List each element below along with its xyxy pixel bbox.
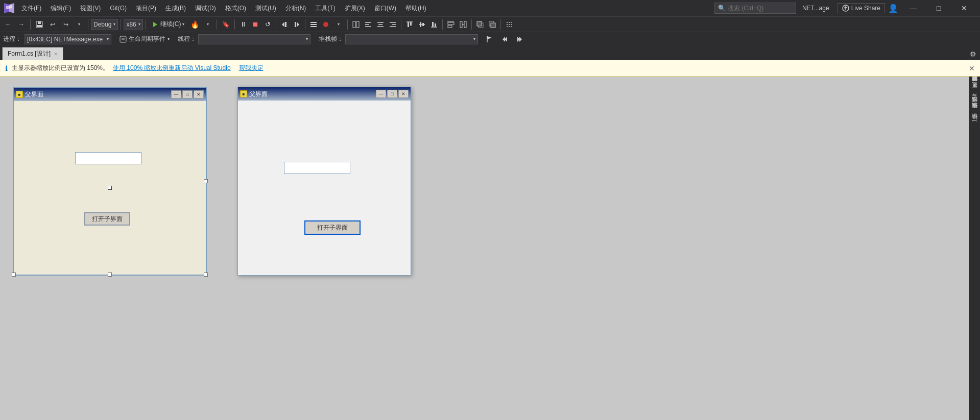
form-large-textbox[interactable] (284, 162, 350, 174)
toolbar-1: ← → ↩ ↪ ▾ Debug ▾ x86 ▾ (0, 16, 980, 32)
panel-tab-error1[interactable]: 错误 1 (969, 116, 980, 127)
breakpoints-nav-button[interactable] (483, 33, 495, 45)
live-share-icon (842, 5, 849, 12)
user-button[interactable]: 👤 (887, 2, 899, 14)
separator-4 (146, 19, 146, 30)
panel-tab-properties[interactable]: 属性 (969, 104, 980, 110)
form-large-button[interactable]: 打开子界面 (304, 220, 361, 235)
app-logo-icon (4, 3, 14, 13)
continue-button[interactable]: 继续(C) ▾ (149, 19, 188, 30)
undo-button[interactable]: ↩ (46, 18, 59, 31)
pause-button[interactable]: ⏸ (237, 19, 249, 30)
order-front-icon (476, 21, 484, 28)
thread-dropdown[interactable]: ▾ (198, 34, 310, 44)
restart-button[interactable]: ↺ (262, 19, 273, 30)
form-small-textbox[interactable] (75, 152, 141, 164)
svg-rect-38 (448, 26, 452, 28)
menu-edit[interactable]: 编辑(E) (46, 2, 75, 15)
resize-handle-bl[interactable] (12, 273, 16, 277)
step-next-button[interactable] (514, 33, 526, 45)
menu-format[interactable]: 格式(O) (221, 2, 250, 15)
column-select-button[interactable] (350, 19, 362, 30)
order-back-button[interactable] (487, 19, 498, 30)
grid-snap-button[interactable] (504, 19, 515, 30)
valign-top-button[interactable] (404, 19, 415, 30)
panel-tab-errors[interactable]: 错误列表 (969, 110, 980, 116)
platform-dropdown[interactable]: x86 ▾ (124, 19, 142, 30)
panel-tab-toolbox[interactable]: 工具箱 (969, 77, 980, 83)
breakpoints-button[interactable] (320, 19, 331, 30)
align-left-button[interactable] (363, 19, 374, 30)
process-dropdown-arrow: ▾ (107, 37, 109, 41)
stop-button[interactable]: ⏹ (250, 19, 261, 30)
info-link-restart[interactable]: 使用 100% 缩放比例重新启动 Visual Studio (113, 64, 231, 72)
debug-mode-dropdown[interactable]: Debug ▾ (91, 19, 118, 30)
menu-build[interactable]: 生成(B) (161, 2, 190, 15)
form-small-win-icon: ■ (16, 91, 23, 98)
align-right-button[interactable] (387, 19, 398, 30)
step-over-button[interactable] (291, 19, 302, 30)
save-all-button[interactable] (33, 18, 45, 31)
lifecycle-label: 生命周期事件 (129, 35, 165, 43)
menu-file[interactable]: 文件(F) (17, 2, 45, 15)
form-small-button[interactable]: 打开子界面 (84, 212, 130, 226)
step-prev-button[interactable] (498, 33, 511, 45)
panel-tab-git[interactable]: Git 更改 (969, 89, 980, 104)
form-large-button-label: 打开子界面 (317, 224, 348, 232)
form-small-minimize[interactable]: — (171, 90, 181, 98)
form-small-close[interactable]: ✕ (194, 90, 204, 98)
menu-debug[interactable]: 调试(D) (191, 2, 220, 15)
svg-point-49 (511, 22, 512, 23)
form-large-close[interactable]: ✕ (398, 90, 409, 98)
menu-extensions[interactable]: 扩展(X) (341, 2, 369, 15)
hot-reload-button[interactable]: 🔥 (188, 18, 201, 31)
search-box[interactable]: 🔍 (714, 3, 796, 14)
resize-handle-br[interactable] (204, 273, 208, 277)
form-large-restore[interactable]: □ (387, 90, 397, 98)
form-small-restore[interactable]: □ (182, 90, 193, 98)
close-button[interactable]: ✕ (952, 0, 976, 16)
process-dropdown[interactable]: [0x43EC] NETMessage.exe ▾ (25, 34, 111, 44)
back-button[interactable]: ← (2, 18, 14, 31)
menu-project[interactable]: 项目(P) (132, 2, 160, 15)
minimize-button[interactable]: — (901, 0, 925, 16)
form-large-minimize[interactable]: — (376, 90, 386, 98)
bookmark-button[interactable]: 🔖 (220, 18, 232, 31)
maximize-button[interactable]: □ (927, 0, 950, 16)
search-input[interactable] (728, 5, 789, 12)
forward-button[interactable]: → (15, 18, 28, 31)
tab-settings-button[interactable]: ⚙ (967, 48, 979, 60)
info-close-button[interactable]: ✕ (969, 64, 975, 72)
resize-handle-mr[interactable] (204, 179, 208, 183)
menu-analyze[interactable]: 分析(N) (281, 2, 310, 15)
order-front-button[interactable] (474, 19, 486, 30)
spacing-button[interactable] (458, 19, 469, 30)
live-share-button[interactable]: Live Share (838, 3, 885, 13)
panel-tab-solution[interactable]: 解决方案资源管理器 (969, 83, 980, 89)
redo-button[interactable]: ↪ (60, 18, 72, 31)
valign-center-button[interactable] (416, 19, 427, 30)
hot-reload-dropdown[interactable]: ▾ (202, 18, 214, 31)
resize-handle-bc[interactable] (108, 273, 112, 277)
step-prev-icon (501, 36, 508, 43)
align-center-button[interactable] (375, 19, 386, 30)
menu-help[interactable]: 帮助(H) (401, 2, 431, 15)
menu-view[interactable]: 视图(V) (76, 2, 105, 15)
undo-dropdown[interactable]: ▾ (73, 18, 85, 31)
menu-test[interactable]: 测试(U) (251, 2, 280, 15)
tab-form1-design[interactable]: Form1.cs [设计] ✕ (2, 47, 63, 60)
menu-window[interactable]: 窗口(W) (370, 2, 400, 15)
menu-tools[interactable]: 工具(T) (311, 2, 339, 15)
align-left-icon (365, 21, 372, 28)
resize-center-handle[interactable] (108, 186, 112, 190)
width-equal-button[interactable] (445, 19, 457, 30)
menu-git[interactable]: Git(G) (106, 3, 131, 14)
step-back-button[interactable] (279, 19, 290, 30)
show-threads-button[interactable] (308, 19, 319, 30)
valign-bottom-button[interactable] (428, 19, 440, 30)
info-link-decide[interactable]: 帮我决定 (239, 64, 264, 72)
separator-9 (347, 19, 348, 30)
threads-dropdown[interactable]: ▾ (332, 18, 345, 31)
stack-dropdown[interactable]: ▾ (345, 34, 478, 44)
tab-close-icon[interactable]: ✕ (54, 51, 58, 57)
